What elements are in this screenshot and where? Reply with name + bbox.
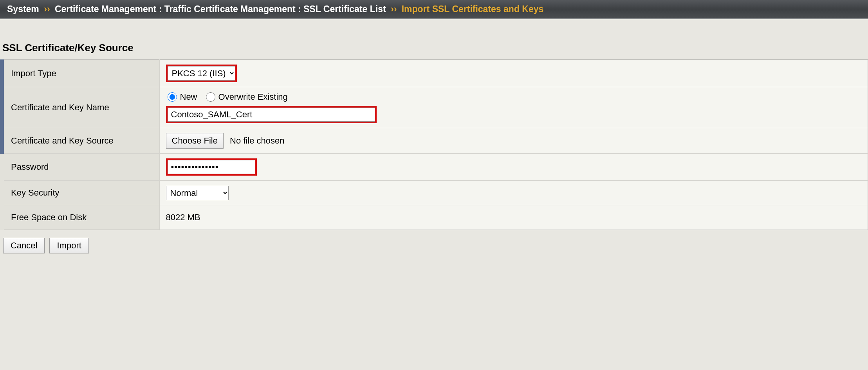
import-button[interactable]: Import bbox=[49, 238, 88, 253]
radio-new[interactable] bbox=[168, 92, 177, 102]
cancel-button[interactable]: Cancel bbox=[3, 238, 45, 253]
highlight-import-type: PKCS 12 (IIS) bbox=[166, 65, 237, 82]
section-title: SSL Certificate/Key Source bbox=[0, 19, 868, 59]
breadcrumb-sep: ›› bbox=[391, 4, 397, 14]
breadcrumb-path[interactable]: Certificate Management : Traffic Certifi… bbox=[55, 4, 386, 14]
form-table: Import Type PKCS 12 (IIS) Certificate an… bbox=[0, 59, 868, 230]
label-key-security: Key Security bbox=[2, 181, 159, 205]
radio-overwrite[interactable] bbox=[206, 92, 215, 102]
highlight-password bbox=[166, 158, 257, 176]
radio-new-label: New bbox=[180, 92, 197, 102]
cert-name-input[interactable] bbox=[168, 108, 375, 122]
breadcrumb: System ›› Certificate Management : Traff… bbox=[0, 0, 868, 19]
breadcrumb-sep: ›› bbox=[44, 4, 50, 14]
radio-overwrite-label: Overwrite Existing bbox=[218, 92, 288, 102]
choose-file-button[interactable]: Choose File bbox=[166, 133, 224, 149]
label-password: Password bbox=[2, 154, 159, 181]
label-free-space: Free Space on Disk bbox=[2, 205, 159, 230]
free-space-value: 8022 MB bbox=[166, 212, 200, 222]
password-input[interactable] bbox=[168, 160, 255, 174]
label-cert-key-source: Certificate and Key Source bbox=[2, 128, 159, 154]
highlight-cert-name bbox=[166, 106, 377, 123]
label-cert-key-name: Certificate and Key Name bbox=[2, 87, 159, 128]
import-type-select[interactable]: PKCS 12 (IIS) bbox=[168, 66, 235, 81]
breadcrumb-current: Import SSL Certificates and Keys bbox=[402, 4, 544, 14]
label-import-type: Import Type bbox=[2, 60, 159, 87]
key-security-select[interactable]: Normal bbox=[166, 186, 229, 200]
file-status: No file chosen bbox=[230, 136, 284, 145]
button-row: Cancel Import bbox=[0, 230, 868, 261]
breadcrumb-system[interactable]: System bbox=[7, 4, 39, 14]
cert-name-radio-row: New Overwrite Existing bbox=[166, 92, 862, 102]
